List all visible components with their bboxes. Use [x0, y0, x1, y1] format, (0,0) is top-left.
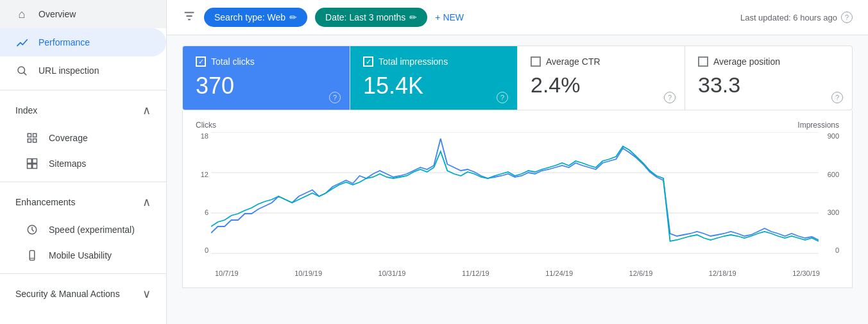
- date-button[interactable]: Date: Last 3 months ✏: [315, 8, 427, 27]
- divider: [0, 182, 166, 182]
- new-label: + NEW: [435, 12, 464, 22]
- sidebar-item-speed[interactable]: Speed (experimental): [0, 217, 166, 243]
- divider: [0, 273, 166, 274]
- sidebar-item-label: URL inspection: [38, 65, 99, 76]
- y-label: 18: [196, 132, 208, 140]
- help-icon[interactable]: ?: [664, 92, 676, 103]
- sidebar-section-index[interactable]: Index ∧: [0, 96, 166, 125]
- sidebar-item-label: Mobile Usability: [49, 250, 112, 260]
- main-content: Search type: Web ✏ Date: Last 3 months ✏…: [167, 0, 868, 324]
- svg-rect-8: [33, 164, 37, 169]
- metric-label: Total impressions: [379, 56, 448, 67]
- svg-rect-5: [28, 159, 32, 164]
- sidebar-item-label: Speed (experimental): [49, 225, 135, 235]
- y-label: 0: [196, 246, 208, 254]
- metric-label: Total clicks: [211, 56, 255, 67]
- sidebar-item-performance[interactable]: Performance: [0, 28, 166, 56]
- help-icon[interactable]: ?: [329, 92, 341, 103]
- y-label: 600: [819, 171, 839, 178]
- svg-rect-7: [28, 164, 32, 169]
- y-label: 900: [819, 132, 839, 140]
- metric-label: Average position: [713, 56, 780, 67]
- sidebar-item-label: Performance: [38, 37, 90, 47]
- y-label: 300: [819, 209, 839, 216]
- x-label: 12/30/19: [792, 269, 820, 277]
- chart-left-label: Clicks: [196, 121, 216, 130]
- metric-label: Average CTR: [546, 56, 600, 67]
- x-label: 10/7/19: [215, 269, 239, 277]
- section-label: Security & Manual Actions: [15, 289, 120, 299]
- metric-checkbox-ctr[interactable]: [531, 56, 541, 67]
- metric-checkbox-position[interactable]: [698, 56, 708, 67]
- speed-icon: [26, 223, 38, 236]
- divider: [0, 90, 166, 90]
- chevron-up-icon: ∧: [142, 103, 151, 117]
- last-updated: Last updated: 6 hours ago ?: [740, 12, 853, 23]
- x-label: 12/6/19: [629, 269, 653, 277]
- search-type-button[interactable]: Search type: Web ✏: [204, 8, 307, 27]
- help-icon[interactable]: ?: [831, 92, 843, 103]
- sidebar-item-coverage[interactable]: Coverage: [0, 125, 166, 151]
- sidebar-item-label: Overview: [38, 9, 76, 19]
- filter-icon[interactable]: [182, 9, 196, 26]
- svg-rect-10: [30, 251, 35, 260]
- sidebar-item-label: Coverage: [49, 133, 88, 143]
- sidebar: ⌂ Overview Performance URL inspection In…: [0, 0, 167, 324]
- metric-card-total-clicks[interactable]: Total clicks 370 ?: [183, 46, 350, 110]
- x-label: 10/31/19: [379, 269, 406, 277]
- sidebar-item-mobile-usability[interactable]: Mobile Usability: [0, 243, 166, 268]
- home-icon: ⌂: [15, 8, 28, 21]
- sidebar-item-sitemaps[interactable]: Sitemaps: [0, 151, 166, 176]
- chart-svg: [211, 132, 819, 254]
- metric-card-average-ctr[interactable]: Average CTR 2.4% ?: [518, 46, 685, 110]
- metric-header: Total clicks: [196, 56, 337, 67]
- sidebar-item-overview[interactable]: ⌂ Overview: [0, 0, 166, 28]
- y-axis-right: 900 600 300 0: [819, 132, 839, 267]
- metric-value: 33.3: [698, 72, 839, 98]
- toolbar: Search type: Web ✏ Date: Last 3 months ✏…: [167, 0, 868, 35]
- metric-header: Average CTR: [531, 56, 672, 67]
- sitemaps-icon: [26, 157, 38, 170]
- x-label: 10/19/19: [294, 269, 322, 277]
- metric-help: ?: [497, 92, 508, 103]
- svg-rect-3: [28, 139, 31, 142]
- metric-header: Total impressions: [363, 56, 504, 67]
- metric-cards: Total clicks 370 ? Total impressions 15.…: [182, 46, 853, 110]
- metric-card-total-impressions[interactable]: Total impressions 15.4K ?: [350, 46, 518, 110]
- search-type-label: Search type: Web: [214, 12, 285, 22]
- chevron-up-icon: ∧: [142, 195, 151, 209]
- x-label: 12/18/19: [709, 269, 736, 277]
- help-icon[interactable]: ?: [497, 92, 508, 103]
- metric-help: ?: [329, 92, 341, 103]
- y-label: 0: [819, 246, 839, 254]
- metric-value: 370: [196, 72, 337, 99]
- metric-value: 15.4K: [363, 72, 504, 99]
- sidebar-section-security[interactable]: Security & Manual Actions ∨: [0, 279, 166, 309]
- help-icon[interactable]: ?: [841, 12, 853, 23]
- last-updated-text: Last updated: 6 hours ago: [740, 13, 837, 22]
- new-button[interactable]: + NEW: [435, 12, 464, 22]
- metric-help: ?: [664, 92, 676, 103]
- sidebar-item-label: Sitemaps: [49, 158, 86, 169]
- metric-card-average-position[interactable]: Average position 33.3 ?: [685, 46, 852, 110]
- section-label: Enhancements: [15, 197, 75, 207]
- coverage-icon: [26, 132, 38, 144]
- metric-checkbox-impressions[interactable]: [363, 56, 373, 67]
- x-label: 11/24/19: [545, 269, 573, 277]
- y-label: 12: [196, 171, 208, 178]
- sidebar-section-enhancements[interactable]: Enhancements ∧: [0, 187, 166, 217]
- svg-rect-4: [33, 139, 37, 142]
- chevron-down-icon: ∨: [142, 287, 151, 301]
- sidebar-item-url-inspection[interactable]: URL inspection: [0, 56, 166, 85]
- svg-rect-1: [28, 133, 31, 137]
- y-axis-left: 18 12 6 0: [196, 132, 211, 267]
- metric-header: Average position: [698, 56, 839, 67]
- chart-axis-labels: Clicks Impressions: [196, 121, 839, 130]
- metric-checkbox-clicks[interactable]: [196, 56, 206, 67]
- content-area: Total clicks 370 ? Total impressions 15.…: [167, 35, 868, 324]
- metric-value: 2.4%: [531, 72, 672, 98]
- metric-help: ?: [831, 92, 843, 103]
- date-label: Date: Last 3 months: [325, 12, 405, 22]
- x-axis: 10/7/19 10/19/19 10/31/19 11/12/19 11/24…: [196, 269, 839, 277]
- search-icon: [15, 64, 28, 77]
